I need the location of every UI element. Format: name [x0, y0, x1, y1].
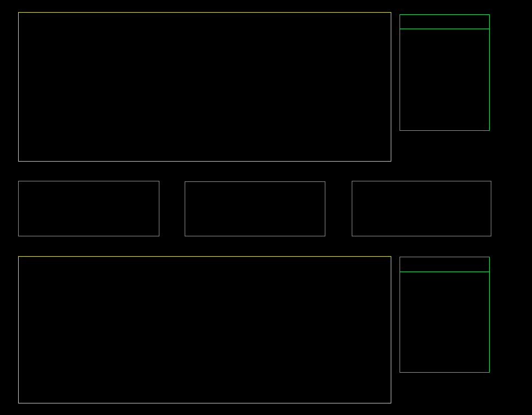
aip-table: [400, 257, 490, 373]
top-plot-y-axis: [0, 12, 16, 161]
aip-table-header: [400, 257, 489, 272]
top-plot-x-axis: [18, 162, 397, 171]
autoscala-table-rows: [400, 29, 489, 130]
thumbnail-evidence-f2-trace: [352, 181, 491, 236]
autoscala-table: [400, 14, 490, 131]
top-ionogram-plot: [18, 12, 391, 162]
bottom-plot-x-axis: [18, 405, 397, 414]
thumbnail-eliminate-reflections: [185, 181, 325, 236]
autoscala-table-header: [400, 15, 489, 29]
autoscala-program-window: [0, 0, 532, 415]
thumbnail-original-ionogram: [18, 181, 159, 236]
bottom-ionogram-plot: [18, 256, 391, 403]
bottom-plot-y-axis: [0, 256, 16, 402]
